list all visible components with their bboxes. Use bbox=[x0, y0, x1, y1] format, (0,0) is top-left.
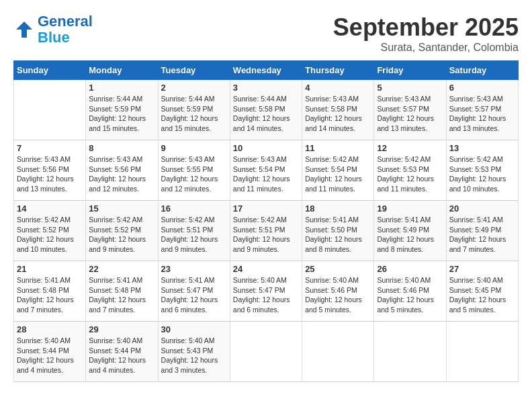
calendar-cell: 11Sunrise: 5:42 AM Sunset: 5:54 PM Dayli… bbox=[302, 140, 374, 201]
calendar-cell: 13Sunrise: 5:42 AM Sunset: 5:53 PM Dayli… bbox=[446, 140, 518, 201]
day-info: Sunrise: 5:41 AM Sunset: 5:49 PM Dayligh… bbox=[377, 215, 443, 255]
day-number: 27 bbox=[449, 264, 515, 274]
calendar-cell: 19Sunrise: 5:41 AM Sunset: 5:49 PM Dayli… bbox=[374, 201, 446, 261]
day-info: Sunrise: 5:41 AM Sunset: 5:49 PM Dayligh… bbox=[449, 215, 515, 255]
calendar-cell bbox=[374, 322, 446, 382]
day-number: 6 bbox=[449, 83, 515, 93]
day-info: Sunrise: 5:40 AM Sunset: 5:46 PM Dayligh… bbox=[305, 275, 371, 315]
calendar-cell: 1Sunrise: 5:44 AM Sunset: 5:59 PM Daylig… bbox=[86, 80, 158, 140]
calendar-cell: 28Sunrise: 5:40 AM Sunset: 5:44 PM Dayli… bbox=[14, 322, 86, 382]
day-number: 7 bbox=[17, 143, 83, 153]
logo-line1: General bbox=[38, 13, 93, 30]
weekday-header-saturday: Saturday bbox=[446, 61, 518, 80]
day-number: 14 bbox=[17, 203, 83, 214]
day-info: Sunrise: 5:41 AM Sunset: 5:48 PM Dayligh… bbox=[17, 275, 83, 315]
calendar-week-row: 7Sunrise: 5:43 AM Sunset: 5:56 PM Daylig… bbox=[14, 140, 519, 201]
calendar-table: SundayMondayTuesdayWednesdayThursdayFrid… bbox=[13, 60, 519, 382]
day-info: Sunrise: 5:43 AM Sunset: 5:56 PM Dayligh… bbox=[89, 154, 154, 194]
weekday-header-monday: Monday bbox=[86, 61, 158, 80]
day-info: Sunrise: 5:40 AM Sunset: 5:44 PM Dayligh… bbox=[17, 336, 83, 375]
calendar-cell: 5Sunrise: 5:43 AM Sunset: 5:57 PM Daylig… bbox=[374, 80, 446, 140]
day-number: 16 bbox=[161, 203, 227, 214]
day-number: 17 bbox=[233, 203, 299, 214]
day-number: 24 bbox=[233, 264, 299, 274]
calendar-week-row: 14Sunrise: 5:42 AM Sunset: 5:52 PM Dayli… bbox=[14, 201, 519, 261]
weekday-header-friday: Friday bbox=[374, 61, 446, 80]
calendar-cell: 16Sunrise: 5:42 AM Sunset: 5:51 PM Dayli… bbox=[158, 201, 230, 261]
location: Surata, Santander, Colombia bbox=[333, 42, 519, 54]
day-info: Sunrise: 5:40 AM Sunset: 5:47 PM Dayligh… bbox=[233, 275, 299, 315]
page-header: General Blue September 2025 Surata, Sant… bbox=[13, 13, 519, 54]
month-title: September 2025 bbox=[333, 13, 519, 42]
svg-marker-0 bbox=[16, 21, 32, 38]
day-number: 28 bbox=[17, 324, 83, 334]
day-number: 1 bbox=[89, 83, 154, 93]
logo-text: General Blue bbox=[38, 13, 93, 46]
weekday-header-tuesday: Tuesday bbox=[158, 61, 230, 80]
calendar-cell: 24Sunrise: 5:40 AM Sunset: 5:47 PM Dayli… bbox=[230, 261, 302, 322]
calendar-cell bbox=[446, 322, 518, 382]
day-number: 2 bbox=[161, 83, 227, 93]
day-info: Sunrise: 5:42 AM Sunset: 5:53 PM Dayligh… bbox=[449, 154, 515, 194]
day-number: 26 bbox=[377, 264, 443, 274]
weekday-header-sunday: Sunday bbox=[14, 61, 86, 80]
day-info: Sunrise: 5:44 AM Sunset: 5:58 PM Dayligh… bbox=[233, 94, 299, 134]
weekday-header-wednesday: Wednesday bbox=[230, 61, 302, 80]
calendar-cell: 2Sunrise: 5:44 AM Sunset: 5:59 PM Daylig… bbox=[158, 80, 230, 140]
day-info: Sunrise: 5:42 AM Sunset: 5:54 PM Dayligh… bbox=[305, 154, 371, 194]
day-number: 19 bbox=[377, 203, 443, 214]
day-number: 12 bbox=[377, 143, 443, 153]
calendar-cell bbox=[14, 80, 86, 140]
calendar-cell: 23Sunrise: 5:41 AM Sunset: 5:47 PM Dayli… bbox=[158, 261, 230, 322]
day-number: 4 bbox=[305, 83, 371, 93]
calendar-week-row: 21Sunrise: 5:41 AM Sunset: 5:48 PM Dayli… bbox=[14, 261, 519, 322]
day-info: Sunrise: 5:41 AM Sunset: 5:50 PM Dayligh… bbox=[305, 215, 371, 255]
calendar-cell: 17Sunrise: 5:42 AM Sunset: 5:51 PM Dayli… bbox=[230, 201, 302, 261]
calendar-cell: 30Sunrise: 5:40 AM Sunset: 5:43 PM Dayli… bbox=[158, 322, 230, 382]
day-info: Sunrise: 5:44 AM Sunset: 5:59 PM Dayligh… bbox=[89, 94, 154, 134]
day-info: Sunrise: 5:43 AM Sunset: 5:55 PM Dayligh… bbox=[161, 154, 227, 194]
day-number: 23 bbox=[161, 264, 227, 274]
calendar-cell: 12Sunrise: 5:42 AM Sunset: 5:53 PM Dayli… bbox=[374, 140, 446, 201]
calendar-cell: 27Sunrise: 5:40 AM Sunset: 5:45 PM Dayli… bbox=[446, 261, 518, 322]
day-info: Sunrise: 5:44 AM Sunset: 5:59 PM Dayligh… bbox=[161, 94, 227, 134]
calendar-cell: 20Sunrise: 5:41 AM Sunset: 5:49 PM Dayli… bbox=[446, 201, 518, 261]
calendar-cell: 7Sunrise: 5:43 AM Sunset: 5:56 PM Daylig… bbox=[14, 140, 86, 201]
calendar-cell bbox=[230, 322, 302, 382]
title-area: September 2025 Surata, Santander, Colomb… bbox=[333, 13, 519, 54]
day-number: 21 bbox=[17, 264, 83, 274]
day-number: 5 bbox=[377, 83, 443, 93]
calendar-cell bbox=[302, 322, 374, 382]
day-info: Sunrise: 5:40 AM Sunset: 5:46 PM Dayligh… bbox=[377, 275, 443, 315]
calendar-cell: 8Sunrise: 5:43 AM Sunset: 5:56 PM Daylig… bbox=[86, 140, 158, 201]
calendar-cell: 26Sunrise: 5:40 AM Sunset: 5:46 PM Dayli… bbox=[374, 261, 446, 322]
day-number: 8 bbox=[89, 143, 154, 153]
day-info: Sunrise: 5:43 AM Sunset: 5:57 PM Dayligh… bbox=[449, 94, 515, 134]
weekday-header-row: SundayMondayTuesdayWednesdayThursdayFrid… bbox=[14, 61, 519, 80]
day-number: 29 bbox=[89, 324, 154, 334]
day-number: 20 bbox=[449, 203, 515, 214]
calendar-cell: 14Sunrise: 5:42 AM Sunset: 5:52 PM Dayli… bbox=[14, 201, 86, 261]
day-number: 9 bbox=[161, 143, 227, 153]
day-number: 18 bbox=[305, 203, 371, 214]
calendar-week-row: 1Sunrise: 5:44 AM Sunset: 5:59 PM Daylig… bbox=[14, 80, 519, 140]
calendar-cell: 9Sunrise: 5:43 AM Sunset: 5:55 PM Daylig… bbox=[158, 140, 230, 201]
day-number: 30 bbox=[161, 324, 227, 334]
day-info: Sunrise: 5:42 AM Sunset: 5:51 PM Dayligh… bbox=[233, 215, 299, 255]
day-info: Sunrise: 5:40 AM Sunset: 5:43 PM Dayligh… bbox=[161, 336, 227, 375]
calendar-cell: 15Sunrise: 5:42 AM Sunset: 5:52 PM Dayli… bbox=[86, 201, 158, 261]
logo-line2: Blue bbox=[38, 29, 70, 46]
day-info: Sunrise: 5:43 AM Sunset: 5:56 PM Dayligh… bbox=[17, 154, 83, 194]
day-number: 10 bbox=[233, 143, 299, 153]
day-info: Sunrise: 5:42 AM Sunset: 5:52 PM Dayligh… bbox=[89, 215, 154, 255]
calendar-cell: 18Sunrise: 5:41 AM Sunset: 5:50 PM Dayli… bbox=[302, 201, 374, 261]
day-info: Sunrise: 5:42 AM Sunset: 5:51 PM Dayligh… bbox=[161, 215, 227, 255]
day-info: Sunrise: 5:42 AM Sunset: 5:52 PM Dayligh… bbox=[17, 215, 83, 255]
day-info: Sunrise: 5:40 AM Sunset: 5:45 PM Dayligh… bbox=[449, 275, 515, 315]
day-info: Sunrise: 5:41 AM Sunset: 5:48 PM Dayligh… bbox=[89, 275, 154, 315]
calendar-cell: 10Sunrise: 5:43 AM Sunset: 5:54 PM Dayli… bbox=[230, 140, 302, 201]
calendar-cell: 3Sunrise: 5:44 AM Sunset: 5:58 PM Daylig… bbox=[230, 80, 302, 140]
calendar-cell: 4Sunrise: 5:43 AM Sunset: 5:58 PM Daylig… bbox=[302, 80, 374, 140]
logo-icon bbox=[13, 19, 35, 40]
logo: General Blue bbox=[13, 13, 93, 46]
